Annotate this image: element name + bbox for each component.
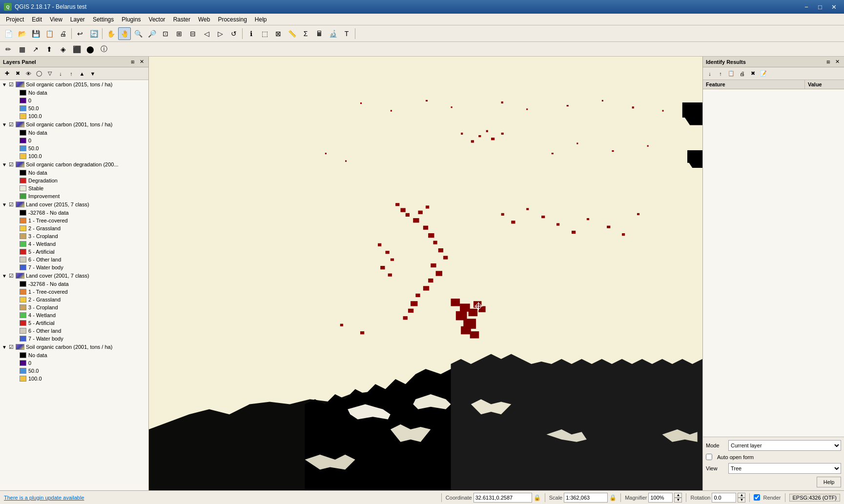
layer-item-soc2001[interactable]: ▼ ☑ Soil organic carbon (2001, tons / ha… [0, 120, 148, 129]
redo-button[interactable]: 🔄 [87, 27, 100, 40]
collapse-all-button[interactable]: ↑ [66, 69, 76, 79]
zoom-out-button[interactable]: 🔎 [145, 27, 158, 40]
layer-expand-arrow: ▼ [2, 122, 9, 127]
layer-checkbox[interactable]: ☑ [9, 121, 16, 128]
show-all-layers-button[interactable]: 👁 [23, 69, 33, 79]
pan-button[interactable]: ✋ [104, 27, 117, 40]
move-button[interactable]: ⬆ [43, 43, 56, 56]
pan-map-button[interactable]: 🤚 [118, 27, 131, 40]
identify-panel-close-button[interactable]: ✕ [833, 58, 841, 66]
annotation-button[interactable]: T [340, 27, 353, 40]
view-select[interactable]: Tree [728, 463, 841, 474]
maximize-button[interactable]: □ [814, 2, 826, 12]
layer-checkbox[interactable]: ☑ [9, 202, 16, 208]
rotation-input[interactable] [712, 493, 736, 503]
zoom-next-button[interactable]: ▷ [214, 27, 226, 40]
layer-checkbox[interactable]: ☑ [9, 273, 16, 279]
layer-item-socdeg[interactable]: ▼ ☑ Soil organic carbon degradation (200… [0, 160, 148, 169]
menu-help[interactable]: Help [251, 15, 271, 24]
layer-item-lc2015[interactable]: ▼ ☑ Land cover (2015, 7 class) [0, 200, 148, 209]
refresh-button[interactable]: ↺ [227, 27, 240, 40]
rotation-down-button[interactable]: ▼ [738, 498, 745, 503]
menu-vector[interactable]: Vector [145, 15, 169, 24]
identify-collapse-button[interactable]: ↑ [716, 69, 725, 79]
identify-button[interactable]: ℹ [245, 27, 257, 40]
digitize-button[interactable]: ✏ [2, 43, 15, 56]
menu-web[interactable]: Web [194, 15, 214, 24]
legend-label: No data [28, 170, 47, 176]
zoom-selection-button[interactable]: ⊟ [186, 27, 199, 40]
edit-table-button[interactable]: ▦ [16, 43, 28, 56]
move-layer-up-button[interactable]: ▲ [77, 69, 87, 79]
reshape-button[interactable]: ◈ [57, 43, 69, 56]
remove-layer-button[interactable]: ✖ [13, 69, 22, 79]
zoom-full-button[interactable]: ⊡ [159, 27, 172, 40]
menu-project[interactable]: Project [2, 15, 28, 24]
rotation-up-button[interactable]: ▲ [738, 493, 745, 498]
move-layer-down-button[interactable]: ▼ [88, 69, 98, 79]
identify-expand-button[interactable]: ↓ [705, 69, 715, 79]
magnifier-input[interactable] [648, 493, 673, 503]
field-calc-button[interactable]: 🖩 [313, 27, 326, 40]
epsg-badge[interactable]: EPSG:4326 (OTF) [789, 494, 840, 502]
layers-panel-float-button[interactable]: ⊞ [129, 58, 137, 66]
deselect-button[interactable]: ⊠ [272, 27, 285, 40]
map-area[interactable] [149, 57, 702, 490]
stat-button[interactable]: Σ [299, 27, 312, 40]
info-button[interactable]: ⓘ [98, 43, 110, 56]
save-project-button[interactable]: 💾 [29, 27, 42, 40]
fill-button[interactable]: ⬛ [70, 43, 83, 56]
close-button[interactable]: ✕ [827, 2, 840, 12]
menu-layer[interactable]: Layer [66, 15, 89, 24]
identify-open-form-button[interactable]: 📝 [759, 69, 768, 79]
menu-view[interactable]: View [46, 15, 66, 24]
magnifier-down-button[interactable]: ▼ [674, 498, 682, 503]
coordinate-input[interactable] [473, 493, 532, 503]
zoom-last-button[interactable]: ◁ [200, 27, 213, 40]
render-checkbox[interactable] [754, 494, 760, 501]
new-project-button[interactable]: 📄 [2, 27, 15, 40]
svg-rect-66 [556, 223, 559, 225]
menu-processing[interactable]: Processing [214, 15, 250, 24]
svg-rect-48 [451, 299, 460, 306]
zoom-in-button[interactable]: 🔍 [132, 27, 144, 40]
identify-print-button[interactable]: 🖨 [737, 69, 747, 79]
open-project-button[interactable]: 📂 [16, 27, 28, 40]
menu-settings[interactable]: Settings [89, 15, 118, 24]
layer-item-soc2001b[interactable]: ▼ ☑ Soil organic carbon (2001, tons / ha… [0, 343, 148, 351]
menu-raster[interactable]: Raster [169, 15, 194, 24]
plugin-update-link[interactable]: There is a plugin update available [4, 495, 437, 501]
layer-item-soc2015[interactable]: ▼ ☑ Soil organic carbon (2015, tons / ha… [0, 80, 148, 89]
measure-button[interactable]: 📏 [286, 27, 298, 40]
select-button[interactable]: ⬚ [258, 27, 271, 40]
identify-clear-button[interactable]: ✖ [748, 69, 758, 79]
layers-panel-close-button[interactable]: ✕ [138, 58, 145, 66]
save-as-button[interactable]: 📋 [43, 27, 56, 40]
vertex-edit-button[interactable]: ↗ [29, 43, 42, 56]
auto-open-form-checkbox[interactable] [706, 454, 712, 460]
magnifier-up-button[interactable]: ▲ [674, 493, 682, 498]
identify-copy-button[interactable]: 📋 [726, 69, 736, 79]
add-layer-button[interactable]: ✚ [2, 69, 12, 79]
layer-checkbox[interactable]: ☑ [9, 161, 16, 168]
help-button[interactable]: Help [817, 477, 841, 487]
menu-edit[interactable]: Edit [28, 15, 46, 24]
scale-input[interactable] [564, 493, 608, 503]
minimize-button[interactable]: − [800, 2, 813, 12]
legend-label: 100.0 [28, 376, 42, 382]
print-button[interactable]: 🖨 [57, 27, 69, 40]
identify-panel-float-button[interactable]: ⊞ [824, 58, 832, 66]
zoom-layer-button[interactable]: ⊞ [173, 27, 185, 40]
expand-all-button[interactable]: ↓ [56, 69, 65, 79]
legend-lc2015-grass: 2 - Grassland [0, 224, 148, 232]
menu-plugins[interactable]: Plugins [118, 15, 144, 24]
mode-select[interactable]: Current layer [728, 440, 841, 451]
undo-button[interactable]: ↩ [74, 27, 86, 40]
circle-button[interactable]: ⬤ [84, 43, 97, 56]
layer-item-lc2001[interactable]: ▼ ☑ Land cover (2001, 7 class) [0, 271, 148, 280]
hide-all-layers-button[interactable]: ◯ [34, 69, 44, 79]
search-button[interactable]: 🔬 [327, 27, 339, 40]
layer-checkbox[interactable]: ☑ [9, 344, 16, 350]
filter-layers-button[interactable]: ▽ [45, 69, 55, 79]
layer-checkbox[interactable]: ☑ [9, 81, 16, 88]
